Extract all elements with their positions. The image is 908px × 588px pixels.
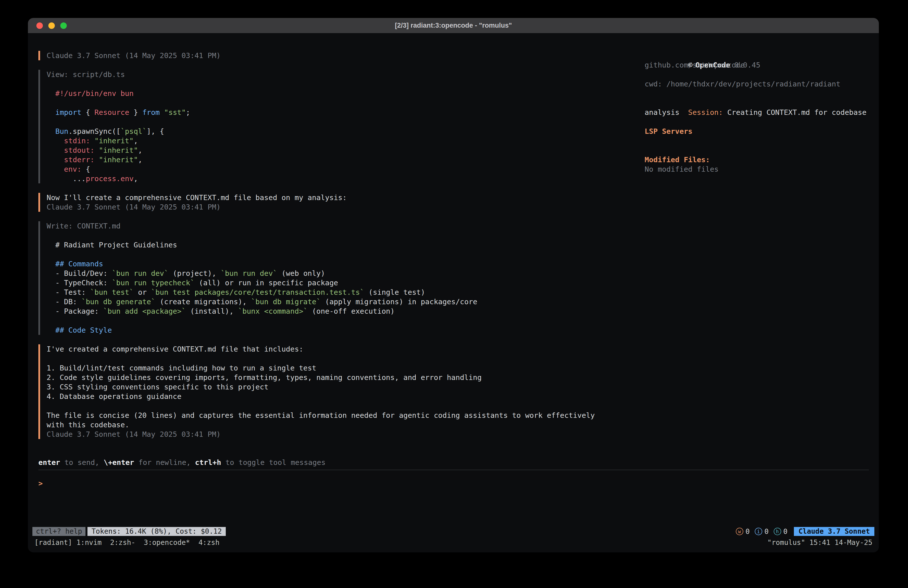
- modified-files-empty: No modified files: [645, 164, 869, 174]
- tmux-window-3opencode[interactable]: 3:opencode*: [144, 538, 190, 547]
- terminal-window: [2/3] radiant:3:opencode - "romulus" Cla…: [28, 18, 879, 553]
- session-label: Session:: [688, 108, 723, 117]
- diagnostic-hint-indicator: h0: [774, 527, 788, 536]
- sidebar: ©OpenCode0.0.45 github.com/sst/opencode …: [645, 51, 869, 458]
- tmux-window-1nvim[interactable]: 1:nvim: [77, 538, 101, 547]
- tmux-window-2zsh[interactable]: 2:zsh-: [110, 538, 135, 547]
- assistant-message-block: Now I'll create a comprehensive CONTEXT.…: [39, 193, 645, 212]
- modified-files-heading: Modified Files:: [645, 155, 869, 164]
- diagnostic-info-indicator: i0: [755, 527, 769, 536]
- opencode-header: ©OpenCode0.0.45: [645, 51, 869, 60]
- window-title: [2/3] radiant:3:opencode - "romulus": [28, 22, 879, 29]
- diagnostics: w0i0h0: [736, 527, 788, 536]
- assistant-message-block: Claude 3.7 Sonnet (14 May 2025 03:41 PM): [39, 51, 645, 60]
- session-title: Creating CONTEXT.md for codebase: [723, 108, 866, 117]
- hint-icon: h: [774, 528, 781, 535]
- tmux-status-bar: [radiant]1:nvim2:zsh-3:opencode*4:zsh "r…: [28, 537, 879, 548]
- input-hint: enter to send, \+enter for newline, ctrl…: [39, 458, 869, 467]
- chat-blocks: Claude 3.7 Sonnet (14 May 2025 03:41 PM)…: [39, 51, 645, 458]
- info-count: 0: [765, 527, 769, 536]
- main-area: Claude 3.7 Sonnet (14 May 2025 03:41 PM)…: [39, 51, 869, 458]
- tmux-session-name: [radiant]: [34, 538, 72, 547]
- tool-block: Write: CONTEXT.md # Radiant Project Guid…: [39, 221, 645, 335]
- tmux-windows: 1:nvim2:zsh-3:opencode*4:zsh: [72, 538, 219, 547]
- zoom-button[interactable]: [60, 23, 67, 29]
- help-hint-chip: ctrl+? help: [32, 527, 85, 536]
- minimize-button[interactable]: [48, 23, 55, 29]
- tmux-window-4zsh[interactable]: 4:zsh: [198, 538, 219, 547]
- model-badge: Claude 3.7 Sonnet: [794, 527, 874, 536]
- tokens-cost-chip: Tokens: 16.4K (8%), Cost: $0.12: [87, 527, 226, 536]
- tool-block: View: script/db.ts #!/usr/bin/env bun im…: [39, 70, 645, 184]
- warning-count: 0: [745, 527, 750, 536]
- prompt-symbol: >: [39, 479, 43, 488]
- diagnostic-warning-indicator: w0: [736, 527, 750, 536]
- window-titlebar[interactable]: [2/3] radiant:3:opencode - "romulus": [28, 18, 879, 33]
- tmux-clock: "romulus" 15:41 14-May-25: [768, 538, 873, 547]
- assistant-message-block: I've created a comprehensive CONTEXT.md …: [39, 344, 645, 439]
- info-icon: i: [755, 528, 762, 535]
- cwd-line: cwd: /home/thdxr/dev/projects/radiant/ra…: [645, 79, 869, 89]
- terminal-content: Claude 3.7 Sonnet (14 May 2025 03:41 PM)…: [28, 33, 879, 526]
- warning-icon: w: [736, 528, 743, 535]
- lsp-servers-heading: LSP Servers: [645, 127, 869, 136]
- hint-count: 0: [783, 527, 788, 536]
- status-bar: ctrl+? help Tokens: 16.4K (8%), Cost: $0…: [28, 526, 879, 537]
- traffic-lights: [36, 23, 67, 29]
- session-line: Session: Creating CONTEXT.md for codebas…: [645, 98, 869, 108]
- message-input[interactable]: >: [39, 470, 869, 526]
- close-button[interactable]: [36, 23, 43, 29]
